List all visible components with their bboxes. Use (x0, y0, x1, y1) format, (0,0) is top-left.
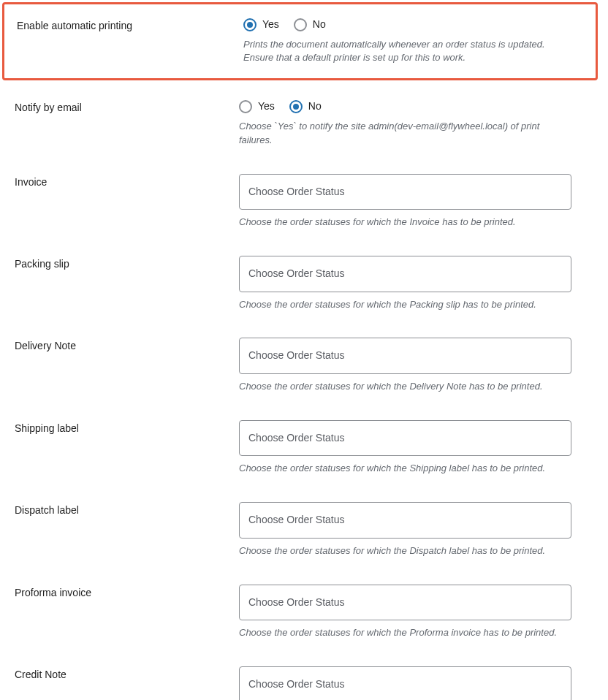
setting-help: Choose the order statuses for which the … (239, 462, 571, 476)
notify-email-radio-group: Yes No (239, 99, 571, 114)
setting-field: Yes No Prints the document automatically… (243, 18, 596, 65)
setting-field: Choose Order Status Choose the order sta… (239, 338, 608, 393)
setting-notify-by-email: Notify by email Yes No Choose `Yes` to n… (0, 86, 608, 160)
setting-field: Choose Order Status Choose the order sta… (239, 502, 608, 558)
radio-label: No (313, 18, 326, 32)
setting-dispatch-label: Dispatch label Choose Order Status Choos… (0, 489, 608, 571)
setting-enable-automatic-printing: Enable automatic printing Yes No Prints … (2, 2, 598, 80)
credit-note-status-select[interactable]: Choose Order Status (239, 666, 571, 700)
notify-email-yes-option[interactable]: Yes (239, 99, 275, 114)
setting-shipping-label: Shipping label Choose Order Status Choos… (0, 407, 608, 489)
radio-label: Yes (262, 18, 279, 32)
setting-label: Packing slip (0, 256, 239, 272)
setting-help: Prints the document automatically whenev… (243, 38, 569, 66)
proforma-invoice-status-select[interactable]: Choose Order Status (239, 585, 571, 621)
setting-label: Delivery Note (0, 338, 239, 354)
setting-field: Choose Order Status Choose the order sta… (239, 420, 608, 476)
setting-field: Choose Order Status Choose the order sta… (239, 666, 608, 700)
setting-proforma-invoice: Proforma invoice Choose Order Status Cho… (0, 571, 608, 653)
setting-label: Enable automatic printing (4, 18, 243, 34)
invoice-status-select[interactable]: Choose Order Status (239, 174, 571, 210)
setting-field: Yes No Choose `Yes` to notify the site a… (239, 99, 608, 147)
setting-help: Choose the order statuses for which the … (239, 216, 571, 229)
radio-label: No (308, 99, 322, 114)
radio-icon (243, 18, 256, 31)
radio-icon (294, 18, 307, 31)
setting-label: Invoice (0, 174, 239, 190)
radio-icon (289, 100, 303, 113)
setting-delivery-note: Delivery Note Choose Order Status Choose… (0, 324, 608, 406)
setting-field: Choose Order Status Choose the order sta… (239, 256, 608, 311)
setting-help: Choose the order statuses for which the … (239, 298, 571, 312)
setting-help: Choose `Yes` to notify the site admin(de… (239, 120, 571, 148)
setting-label: Proforma invoice (0, 585, 239, 601)
radio-label: Yes (258, 99, 275, 114)
auto-print-radio-group: Yes No (243, 18, 569, 32)
setting-packing-slip: Packing slip Choose Order Status Choose … (0, 243, 608, 324)
setting-help: Choose the order statuses for which the … (239, 544, 571, 558)
radio-icon (239, 100, 252, 113)
setting-credit-note: Credit Note Choose Order Status Choose t… (0, 653, 608, 700)
dispatch-label-status-select[interactable]: Choose Order Status (239, 502, 571, 539)
setting-help: Choose the order statuses for which the … (239, 626, 571, 640)
auto-print-no-option[interactable]: No (294, 18, 326, 32)
notify-email-no-option[interactable]: No (289, 99, 322, 114)
setting-label: Dispatch label (0, 502, 239, 518)
setting-label: Credit Note (0, 666, 239, 682)
setting-field: Choose Order Status Choose the order sta… (239, 585, 608, 640)
setting-field: Choose Order Status Choose the order sta… (239, 174, 608, 229)
setting-label: Shipping label (0, 420, 239, 436)
setting-help: Choose the order statuses for which the … (239, 380, 571, 394)
packing-slip-status-select[interactable]: Choose Order Status (239, 256, 571, 292)
setting-label: Notify by email (0, 99, 239, 115)
setting-invoice: Invoice Choose Order Status Choose the o… (0, 161, 608, 243)
delivery-note-status-select[interactable]: Choose Order Status (239, 338, 571, 374)
auto-print-yes-option[interactable]: Yes (243, 18, 279, 32)
shipping-label-status-select[interactable]: Choose Order Status (239, 420, 571, 457)
